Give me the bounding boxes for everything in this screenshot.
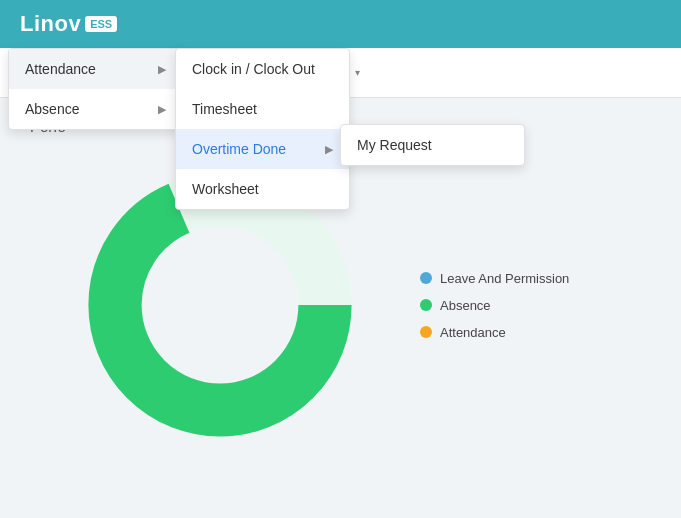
legend-dot-attendance (420, 326, 432, 338)
chevron-right-icon-2: ▶ (158, 103, 166, 116)
attendance-label: Attendance (25, 61, 96, 77)
menu-item-worksheet[interactable]: Worksheet (176, 169, 349, 209)
app-header: Linov ESS (0, 0, 681, 48)
menu-item-overtime-done[interactable]: Overtime Done ▶ (176, 129, 349, 169)
logo-badge: ESS (85, 16, 117, 32)
menu-item-absence[interactable]: Absence ▶ (9, 89, 182, 129)
my-request-label: My Request (357, 137, 432, 153)
logo-text: Linov (20, 11, 81, 37)
legend-label-absence: Absence (440, 298, 491, 313)
chevron-down-icon-3: ▾ (355, 67, 360, 78)
legend-item-leave: Leave And Permission (420, 271, 569, 286)
mid-menu: Clock in / Clock Out Timesheet Overtime … (175, 48, 350, 210)
clock-in-out-label: Clock in / Clock Out (192, 61, 315, 77)
worksheet-label: Worksheet (192, 181, 259, 197)
chart-legend: Leave And Permission Absence Attendance (420, 271, 569, 340)
legend-dot-absence (420, 299, 432, 311)
menu-item-clock-in-out[interactable]: Clock in / Clock Out (176, 49, 349, 89)
legend-label-attendance: Attendance (440, 325, 506, 340)
chevron-right-icon: ▶ (158, 63, 166, 76)
right-menu: My Request (340, 124, 525, 166)
menu-item-attendance[interactable]: Attendance ▶ (9, 49, 182, 89)
legend-item-attendance: Attendance (420, 325, 569, 340)
chevron-right-icon-3: ▶ (325, 143, 333, 156)
left-menu: Attendance ▶ Absence ▶ (8, 48, 183, 130)
legend-label-leave: Leave And Permission (440, 271, 569, 286)
legend-item-absence: Absence (420, 298, 569, 313)
overtime-done-label: Overtime Done (192, 141, 286, 157)
timesheet-label: Timesheet (192, 101, 257, 117)
menu-item-my-request[interactable]: My Request (341, 125, 524, 165)
absence-label: Absence (25, 101, 79, 117)
legend-dot-leave (420, 272, 432, 284)
menu-item-timesheet[interactable]: Timesheet (176, 89, 349, 129)
